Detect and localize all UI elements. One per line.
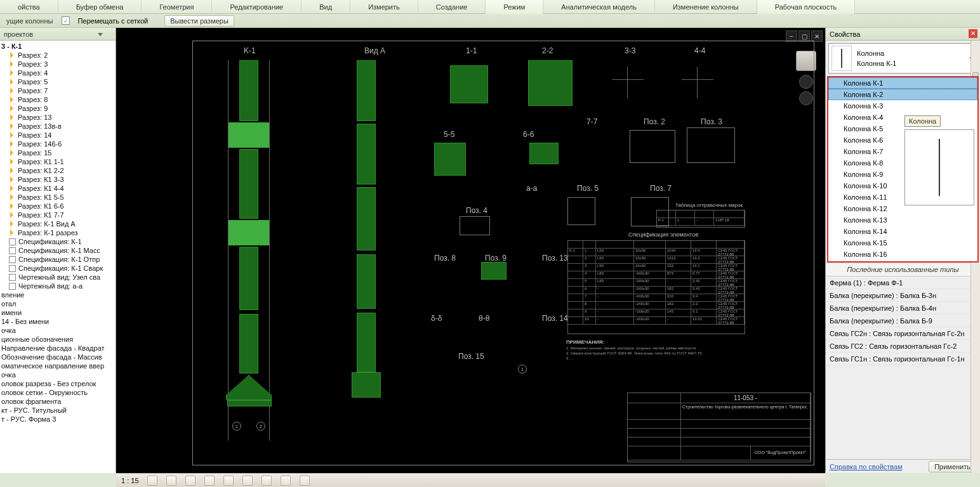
grid-move-checkbox[interactable]: ✓ bbox=[62, 16, 70, 25]
tree-schedule[interactable]: Спецификация: К-1 Сварк bbox=[0, 264, 116, 273]
properties-panel: Свойства ✕ Колонна Колонна К-1 Колонна К… bbox=[825, 28, 980, 473]
tree-section[interactable]: Разрез: 8 bbox=[0, 95, 116, 104]
type-list-item[interactable]: Колонна К-3 bbox=[828, 100, 977, 112]
schedule-icon bbox=[9, 238, 16, 245]
recent-types-list[interactable]: Ферма (1) : Ферма Ф-1Балка (перекрытие) … bbox=[826, 276, 980, 365]
tree-section[interactable]: Разрез: 4 bbox=[0, 68, 116, 77]
tree-section[interactable]: Разрез: 14 bbox=[0, 131, 116, 140]
visual-style-icon[interactable] bbox=[147, 476, 157, 486]
ribbon-tab[interactable]: Рабочая плоскость bbox=[757, 0, 856, 14]
tree-schedule[interactable]: Спецификация: К-1 bbox=[0, 237, 116, 246]
tree-item[interactable]: ционные обозначения bbox=[0, 335, 116, 344]
tree-schedule[interactable]: Спецификация: К-1 Отпр bbox=[0, 255, 116, 264]
tree-section[interactable]: Разрез: К1 2-2 bbox=[0, 166, 116, 175]
shadows-icon[interactable] bbox=[185, 476, 195, 486]
tree-item[interactable]: т - РУС. Форма 3 bbox=[0, 415, 116, 424]
ribbon-tabs: ойства Буфер обмена Геометрия Редактиров… bbox=[0, 0, 980, 14]
render-icon[interactable] bbox=[300, 476, 310, 486]
recent-type-item[interactable]: Балка (перекрытие) : Балка Б-3н bbox=[826, 289, 980, 302]
tree-section[interactable]: Разрез: 9 bbox=[0, 104, 116, 113]
tree-item[interactable]: отал bbox=[0, 299, 116, 308]
recent-type-item[interactable]: Ферма (1) : Ферма Ф-1 bbox=[826, 276, 980, 289]
type-list-item[interactable]: Колонна К-1 bbox=[828, 77, 977, 89]
tree-section[interactable]: Разрез: К1 6-6 bbox=[0, 202, 116, 211]
tree-item[interactable]: вление bbox=[0, 290, 116, 299]
tree-section[interactable]: Разрез: 7 bbox=[0, 86, 116, 95]
tree-item[interactable]: имени bbox=[0, 308, 116, 317]
schedule-icon bbox=[9, 274, 16, 281]
ribbon-tab[interactable]: Создание bbox=[418, 0, 486, 14]
tree-section[interactable]: Разрез: 2 bbox=[0, 51, 116, 60]
tree-item[interactable]: кт - РУС. Титульный bbox=[0, 406, 116, 415]
tree-section[interactable]: Разрез: 146-6 bbox=[0, 140, 116, 148]
type-list-item[interactable]: Колонна К-14 bbox=[828, 226, 977, 237]
type-list-item[interactable]: Колонна К-13 bbox=[828, 214, 977, 226]
close-icon[interactable]: ✕ bbox=[969, 29, 977, 38]
tree-item[interactable]: очка bbox=[0, 370, 116, 379]
ribbon-tab[interactable]: Измерить bbox=[350, 0, 418, 14]
tree-section[interactable]: Разрез: 3 bbox=[0, 60, 116, 68]
tree-schedule[interactable]: Чертежный вид: Узел сва bbox=[0, 273, 116, 282]
ribbon-tab[interactable]: Вид bbox=[301, 0, 350, 14]
tree-item[interactable]: оловок разреза - Без стрелок bbox=[0, 379, 116, 388]
tree-item[interactable]: Направление фасада - Квадрат bbox=[0, 344, 116, 353]
tree-item[interactable]: 14 - Без имени bbox=[0, 317, 116, 326]
tree-section[interactable]: Разрез: 13 bbox=[0, 113, 116, 122]
reveal-hidden-icon[interactable] bbox=[242, 476, 253, 486]
recent-type-item[interactable]: Связь ГС2н : Связь горизонтальная Гс-2н bbox=[826, 327, 980, 340]
section-icon bbox=[9, 176, 15, 183]
type-list-item[interactable]: Колонна К-4 bbox=[828, 112, 977, 123]
hide-isolate-icon[interactable] bbox=[223, 476, 234, 486]
recent-type-item[interactable]: Связь ГС2 : Связь горизонтальная Гс-2 bbox=[826, 340, 980, 353]
type-selector[interactable]: Колонна Колонна К-1 bbox=[828, 43, 977, 74]
ribbon-tab[interactable]: Аналитическая модель bbox=[543, 0, 655, 14]
tree-section[interactable]: Разрез: К-1 разрез bbox=[0, 228, 116, 237]
section-icon bbox=[9, 61, 15, 67]
tree-item[interactable]: оматическое направление ввер bbox=[0, 361, 116, 370]
tree-item[interactable]: очка bbox=[0, 326, 116, 335]
ribbon-tab[interactable]: Изменение колонны bbox=[655, 0, 757, 14]
dimensions-button[interactable]: Вывести размеры bbox=[164, 15, 234, 27]
worksharing-icon[interactable] bbox=[281, 476, 291, 486]
recent-type-item[interactable]: Балка (перекрытие) : Балка Б-9 bbox=[826, 315, 980, 327]
properties-help-link[interactable]: Справка по свойствам bbox=[830, 463, 903, 471]
tree-schedule[interactable]: Спецификация: К-1 Масс bbox=[0, 246, 116, 255]
type-list-item[interactable]: Колонна К-16 bbox=[828, 249, 977, 260]
view-label: Поз. 15 bbox=[458, 352, 484, 361]
schedule-icon bbox=[9, 256, 16, 263]
tree-section[interactable]: Разрез: К1 4-4 bbox=[0, 184, 116, 193]
ribbon-tab[interactable]: ойства bbox=[0, 0, 58, 14]
ribbon-tab[interactable]: Геометрия bbox=[142, 0, 212, 14]
section-icon bbox=[9, 141, 15, 147]
ribbon-tab[interactable]: Режим bbox=[486, 0, 543, 14]
tree-section[interactable]: Разрез: 15 bbox=[0, 148, 116, 157]
apply-button[interactable]: Применить bbox=[929, 461, 976, 472]
temporary-dim-icon[interactable] bbox=[262, 476, 272, 486]
recent-type-item[interactable]: Связь ГС1н : Связь горизонтальная Гс-1н bbox=[826, 353, 980, 365]
tree-item[interactable]: оловок сетки - Окружность bbox=[0, 388, 116, 397]
browser-tree[interactable]: 3 - К-1Разрез: 2Разрез: 3Разрез: 4Разрез… bbox=[0, 41, 116, 473]
type-list-item[interactable]: Колонна К-15 bbox=[828, 237, 977, 249]
ribbon-tab[interactable]: Редактирование bbox=[212, 0, 301, 14]
view-label: θ-θ bbox=[479, 314, 489, 323]
tree-schedule[interactable]: Чертежный вид: а-а bbox=[0, 282, 116, 290]
section-icon bbox=[9, 52, 15, 58]
view-label: 3-3 bbox=[625, 46, 635, 55]
scale-label[interactable]: 1 : 15 bbox=[121, 477, 139, 484]
section-icon bbox=[9, 194, 15, 200]
tree-section[interactable]: Разрез: К1 7-7 bbox=[0, 211, 116, 219]
tree-section[interactable]: Разрез: 5 bbox=[0, 77, 116, 86]
tree-section[interactable]: Разрез: К1 1-1 bbox=[0, 157, 116, 166]
drawing-canvas[interactable]: − ▢ ✕ K-1 Вид А 1-1 2-2 3-3 4-4 5-5 6-6 … bbox=[116, 28, 825, 473]
tree-item[interactable]: оловок фрагмента bbox=[0, 397, 116, 406]
recent-type-item[interactable]: Балка (перекрытие) : Балка Б-4н bbox=[826, 302, 980, 315]
crop-view-icon[interactable] bbox=[204, 476, 215, 486]
tree-item[interactable]: Обозначение фасада - Массив bbox=[0, 353, 116, 361]
tree-section[interactable]: Разрез: К1 3-3 bbox=[0, 175, 116, 184]
ribbon-tab[interactable]: Буфер обмена bbox=[58, 0, 142, 14]
sun-path-icon[interactable] bbox=[166, 476, 176, 486]
tree-section[interactable]: Разрез: 13в-в bbox=[0, 122, 116, 131]
type-list-item[interactable]: Колонна К-2 bbox=[828, 89, 977, 100]
tree-section[interactable]: Разрез: К-1 Вид А bbox=[0, 219, 116, 228]
tree-section[interactable]: Разрез: К1 5-5 bbox=[0, 193, 116, 202]
